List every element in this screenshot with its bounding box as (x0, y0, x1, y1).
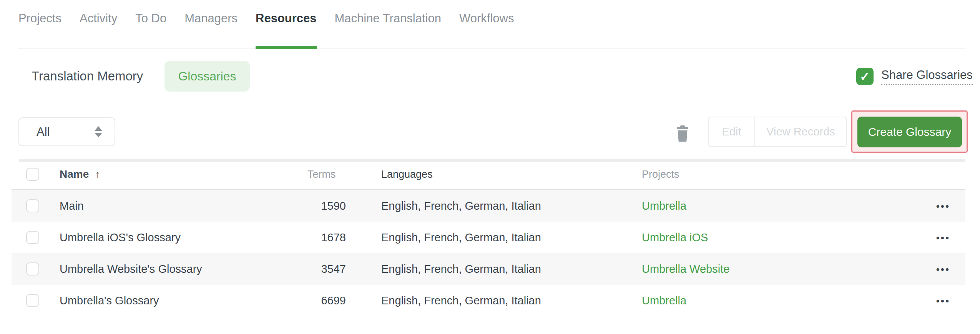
glossary-languages: English, French, German, Italian (346, 263, 618, 276)
glossary-filter-value: All (37, 125, 50, 139)
table-row[interactable]: Umbrella iOS's Glossary 1678 English, Fr… (12, 222, 965, 253)
sort-asc-icon: ↑ (95, 168, 100, 180)
tab-translation-memory[interactable]: Translation Memory (32, 68, 143, 84)
tab-resources[interactable]: Resources (256, 0, 317, 49)
glossary-name: Umbrella's Glossary (60, 294, 307, 307)
glossary-terms-count: 1678 (307, 231, 346, 244)
row-checkbox[interactable] (26, 262, 39, 276)
select-arrows-icon (95, 126, 102, 137)
table-row[interactable]: Main 1590 English, French, German, Itali… (12, 190, 965, 222)
glossaries-page: Projects Activity To Do Managers Resourc… (0, 0, 980, 334)
table-header-row: Name↑ Terms Languages Projects (12, 159, 965, 190)
column-header-terms[interactable]: Terms (307, 169, 346, 180)
tab-managers[interactable]: Managers (184, 0, 238, 49)
tab-projects[interactable]: Projects (18, 0, 61, 49)
column-header-name[interactable]: Name↑ (60, 168, 307, 180)
project-link[interactable]: Umbrella (642, 294, 686, 307)
view-records-button[interactable]: View Records (755, 117, 846, 146)
create-glossary-button[interactable]: Create Glossary (857, 117, 962, 147)
glossary-terms-count: 6699 (307, 294, 346, 307)
glossary-terms-count: 3547 (307, 263, 346, 276)
share-glossaries-toggle[interactable]: ✓ Share Glossaries (856, 68, 973, 85)
trash-icon (675, 137, 690, 144)
edit-button[interactable]: Edit (709, 117, 755, 146)
tab-glossaries-label: Glossaries (178, 69, 236, 84)
glossary-languages: English, French, German, Italian (346, 231, 618, 244)
row-checkbox[interactable] (26, 294, 39, 307)
more-actions-icon[interactable]: ••• (936, 264, 950, 275)
check-icon: ✓ (860, 69, 870, 84)
share-glossaries-checkbox[interactable]: ✓ (856, 68, 874, 85)
row-checkbox[interactable] (26, 199, 39, 212)
glossary-name: Umbrella Website's Glossary (60, 263, 307, 276)
select-all-checkbox[interactable] (26, 168, 39, 181)
glossary-languages: English, French, German, Italian (346, 294, 618, 307)
project-link[interactable]: Umbrella Website (642, 263, 729, 275)
main-nav: Projects Activity To Do Managers Resourc… (18, 0, 965, 49)
row-checkbox[interactable] (26, 231, 39, 244)
glossary-filter-select[interactable]: All (18, 117, 115, 146)
column-header-projects[interactable]: Projects (618, 169, 920, 180)
more-actions-icon[interactable]: ••• (936, 200, 950, 212)
glossary-terms-count: 1590 (307, 200, 346, 212)
table-row[interactable]: Umbrella Website's Glossary 3547 English… (12, 253, 965, 285)
glossary-languages: English, French, German, Italian (346, 200, 618, 212)
tab-workflows[interactable]: Workflows (459, 0, 514, 49)
table-row[interactable]: Umbrella's Glossary 6699 English, French… (12, 285, 965, 316)
glossary-name: Main (60, 200, 307, 212)
glossaries-table: Name↑ Terms Languages Projects Main 1590… (12, 159, 965, 316)
table-top-divider (19, 159, 965, 162)
delete-glossary-button[interactable] (675, 125, 690, 142)
more-actions-icon[interactable]: ••• (936, 295, 950, 307)
share-glossaries-label: Share Glossaries (881, 68, 973, 85)
tab-glossaries[interactable]: Glossaries (164, 61, 250, 92)
project-link[interactable]: Umbrella iOS (642, 231, 708, 244)
tab-machine-translation[interactable]: Machine Translation (335, 0, 441, 49)
project-link[interactable]: Umbrella (642, 200, 686, 212)
more-actions-icon[interactable]: ••• (936, 232, 950, 244)
tab-activity[interactable]: Activity (80, 0, 117, 49)
column-header-languages[interactable]: Languages (346, 169, 618, 180)
glossary-name: Umbrella iOS's Glossary (60, 231, 307, 244)
tab-todo[interactable]: To Do (135, 0, 166, 49)
glossary-actions-group: Edit View Records (708, 117, 847, 147)
